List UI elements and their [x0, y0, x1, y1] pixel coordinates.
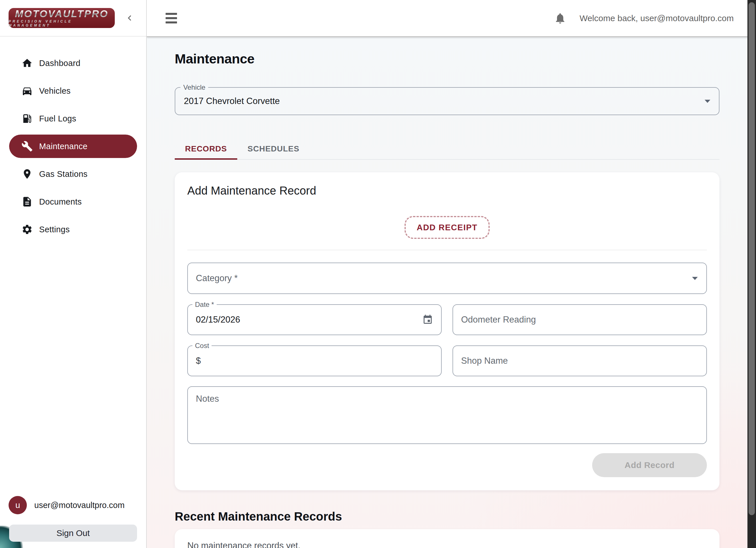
sidebar-item-label: Gas Stations: [39, 169, 88, 179]
notes-field: [187, 386, 707, 444]
cost-field-label: Cost: [192, 342, 212, 350]
chevron-left-icon: [124, 13, 135, 23]
add-receipt-button[interactable]: ADD RECEIPT: [405, 216, 489, 239]
chevron-down-icon: [692, 277, 698, 280]
car-icon: [21, 85, 33, 97]
calendar-icon[interactable]: [422, 314, 433, 325]
currency-prefix: $: [196, 356, 201, 366]
brand-logo: MOTOVAULTPRO PRECISION VEHICLE MANAGEMEN…: [9, 8, 115, 28]
date-field: Date *: [187, 304, 442, 335]
page-content: Maintenance Vehicle 2017 Chevrolet Corve…: [147, 37, 756, 548]
category-select[interactable]: Category *: [187, 262, 707, 294]
odometer-input[interactable]: [461, 315, 698, 325]
sidebar-item-label: Settings: [39, 225, 70, 234]
cost-field: Cost $: [187, 346, 442, 376]
sidebar-item-label: Documents: [39, 197, 82, 206]
recent-records-title: Recent Maintenance Records: [175, 510, 719, 523]
sidebar-item-gas-stations[interactable]: Gas Stations: [9, 162, 137, 186]
sidebar-item-vehicles[interactable]: Vehicles: [9, 79, 137, 103]
sign-out-button[interactable]: Sign Out: [9, 525, 137, 542]
add-record-button[interactable]: Add Record: [592, 453, 707, 477]
odometer-field: [453, 304, 707, 335]
tab-schedules[interactable]: SCHEDULES: [237, 138, 310, 159]
vehicle-select-label: Vehicle: [180, 83, 208, 92]
form-title: Add Maintenance Record: [187, 184, 707, 197]
sidebar-header: MOTOVAULTPRO PRECISION VEHICLE MANAGEMEN…: [0, 0, 146, 37]
vehicle-select-value: 2017 Chevrolet Corvette: [184, 96, 280, 106]
receipt-row: ADD RECEIPT: [187, 216, 707, 239]
sidebar-item-label: Vehicles: [39, 86, 71, 96]
tabs-bar: RECORDS SCHEDULES: [175, 138, 719, 160]
date-field-label: Date *: [192, 301, 217, 309]
page-scrollbar-thumb[interactable]: [749, 2, 755, 515]
shop-name-input[interactable]: [461, 356, 698, 366]
sidebar-spacer: [0, 241, 146, 496]
page-scrollbar-track[interactable]: [747, 0, 756, 548]
notifications-bell-icon[interactable]: [554, 12, 566, 25]
sidebar-item-label: Fuel Logs: [39, 114, 76, 123]
chevron-down-icon: [705, 100, 710, 103]
brand-title: MOTOVAULTPRO: [15, 9, 108, 19]
app-root: MOTOVAULTPRO PRECISION VEHICLE MANAGEMEN…: [0, 0, 756, 548]
main-area: Welcome back, user@motovaultpro.com Main…: [147, 0, 756, 548]
notes-input[interactable]: [196, 394, 698, 437]
submit-row: Add Record: [187, 453, 707, 477]
add-maintenance-record-card: Add Maintenance Record ADD RECEIPT Categ…: [175, 172, 719, 490]
date-input[interactable]: [196, 315, 418, 325]
category-select-label: Category *: [196, 273, 238, 284]
fuel-pump-icon: [21, 113, 33, 124]
sidebar-item-settings[interactable]: Settings: [9, 218, 137, 241]
map-pin-icon: [21, 168, 33, 180]
topbar-right: Welcome back, user@motovaultpro.com: [554, 12, 734, 25]
gear-icon: [21, 224, 33, 235]
brand-tagline: PRECISION VEHICLE MANAGEMENT: [9, 19, 115, 27]
document-icon: [21, 196, 33, 207]
page-title: Maintenance: [175, 51, 719, 67]
empty-records-message: No maintenance records yet.: [187, 541, 707, 548]
sidebar-item-fuel-logs[interactable]: Fuel Logs: [9, 107, 137, 130]
user-email: user@motovaultpro.com: [34, 501, 124, 510]
tab-records[interactable]: RECORDS: [175, 138, 237, 159]
topbar: Welcome back, user@motovaultpro.com: [147, 0, 756, 37]
sidebar-nav: DashboardVehiclesFuel LogsMaintenanceGas…: [0, 37, 146, 241]
sidebar-item-maintenance[interactable]: Maintenance: [9, 134, 137, 158]
sidebar-item-dashboard[interactable]: Dashboard: [9, 51, 137, 75]
home-icon: [21, 57, 33, 69]
welcome-message: Welcome back, user@motovaultpro.com: [580, 13, 734, 23]
recent-records-card: No maintenance records yet.: [175, 529, 719, 548]
form-grid: Date * Cost $: [187, 304, 707, 376]
wrench-icon: [21, 140, 33, 152]
sidebar-collapse-button[interactable]: [123, 11, 136, 25]
sidebar-item-documents[interactable]: Documents: [9, 190, 137, 213]
cost-input[interactable]: [202, 356, 433, 366]
vehicle-select[interactable]: Vehicle 2017 Chevrolet Corvette: [175, 87, 719, 115]
sidebar: MOTOVAULTPRO PRECISION VEHICLE MANAGEMEN…: [0, 0, 147, 548]
hamburger-menu-icon[interactable]: [166, 13, 177, 23]
avatar: u: [9, 496, 27, 514]
shop-name-field: [453, 346, 707, 376]
sidebar-item-label: Maintenance: [39, 142, 87, 151]
sidebar-item-label: Dashboard: [39, 59, 81, 68]
form-divider: [187, 250, 707, 250]
sidebar-user-row: u user@motovaultpro.com: [0, 496, 146, 514]
